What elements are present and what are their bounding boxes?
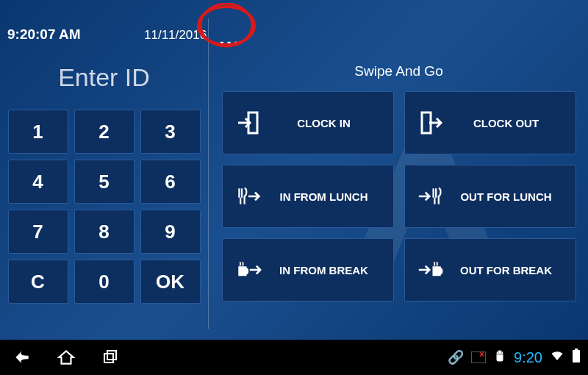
key-2[interactable]: 2 (74, 110, 135, 154)
key-0[interactable]: 0 (74, 260, 135, 304)
clock-in-button[interactable]: CLOCK IN (222, 91, 394, 154)
key-clear[interactable]: C (8, 260, 68, 304)
out-for-lunch-button[interactable]: OUT FOR LUNCH (404, 165, 576, 228)
back-button[interactable] (0, 340, 44, 375)
enter-door-icon (229, 92, 268, 154)
out-for-break-button[interactable]: OUT FOR BREAK (404, 238, 576, 301)
in-from-break-button[interactable]: IN FROM BREAK (222, 238, 394, 301)
android-debug-icon (493, 349, 506, 366)
home-button[interactable] (44, 340, 88, 375)
clock-in-label: CLOCK IN (268, 117, 387, 129)
in-from-lunch-label: IN FROM LUNCH (268, 190, 387, 203)
id-entry-panel: Enter ID 1 2 3 4 5 6 7 8 9 C 0 OK (0, 44, 208, 340)
exit-door-icon (411, 92, 451, 154)
header-bar: 9:20:07 AM 11/11/2016 ... (0, 0, 588, 44)
key-4[interactable]: 4 (8, 160, 68, 204)
lunch-in-icon (229, 165, 268, 227)
in-from-break-label: IN FROM BREAK (268, 264, 387, 276)
swipe-and-go-panel: Swipe And Go CLOCK IN CLOCK OUT IN FROM … (209, 44, 588, 340)
clock-out-label: CLOCK OUT (451, 117, 570, 129)
numeric-keypad: 1 2 3 4 5 6 7 8 9 C 0 OK (8, 110, 201, 304)
svg-rect-9 (575, 349, 578, 350)
svg-point-7 (501, 351, 503, 353)
status-clock: 9:20 (514, 349, 542, 366)
key-5[interactable]: 5 (74, 160, 135, 204)
key-9[interactable]: 9 (140, 210, 201, 254)
in-from-lunch-button[interactable]: IN FROM LUNCH (222, 165, 394, 228)
action-grid: CLOCK IN CLOCK OUT IN FROM LUNCH OUT FOR… (222, 91, 576, 301)
terminal-icon (471, 351, 486, 363)
svg-rect-5 (107, 351, 116, 360)
header-time: 9:20:07 AM (7, 26, 81, 43)
clock-out-button[interactable]: CLOCK OUT (404, 91, 576, 154)
key-ok[interactable]: OK (140, 260, 201, 304)
svg-point-6 (498, 351, 499, 353)
vertical-divider (208, 18, 209, 329)
header-date: 11/11/2016 (144, 28, 207, 43)
break-out-icon (411, 239, 451, 301)
key-8[interactable]: 8 (74, 210, 135, 254)
battery-icon (572, 349, 581, 367)
enter-id-title: Enter ID (58, 63, 150, 92)
key-6[interactable]: 6 (140, 160, 201, 204)
link-icon: 🔗 (448, 349, 464, 365)
break-in-icon (229, 239, 268, 301)
status-area[interactable]: 🔗 9:20 (448, 349, 588, 367)
android-nav-bar: 🔗 9:20 (0, 340, 588, 375)
wifi-icon (550, 349, 564, 366)
out-for-break-label: OUT FOR BREAK (451, 264, 570, 276)
out-for-lunch-label: OUT FOR LUNCH (451, 190, 570, 203)
lunch-out-icon (411, 165, 451, 227)
svg-rect-8 (573, 350, 580, 362)
key-7[interactable]: 7 (8, 210, 68, 254)
recent-apps-button[interactable] (88, 340, 132, 375)
key-3[interactable]: 3 (140, 110, 201, 154)
key-1[interactable]: 1 (8, 110, 68, 154)
swipe-title: Swipe And Go (354, 63, 442, 79)
svg-rect-4 (104, 354, 113, 362)
